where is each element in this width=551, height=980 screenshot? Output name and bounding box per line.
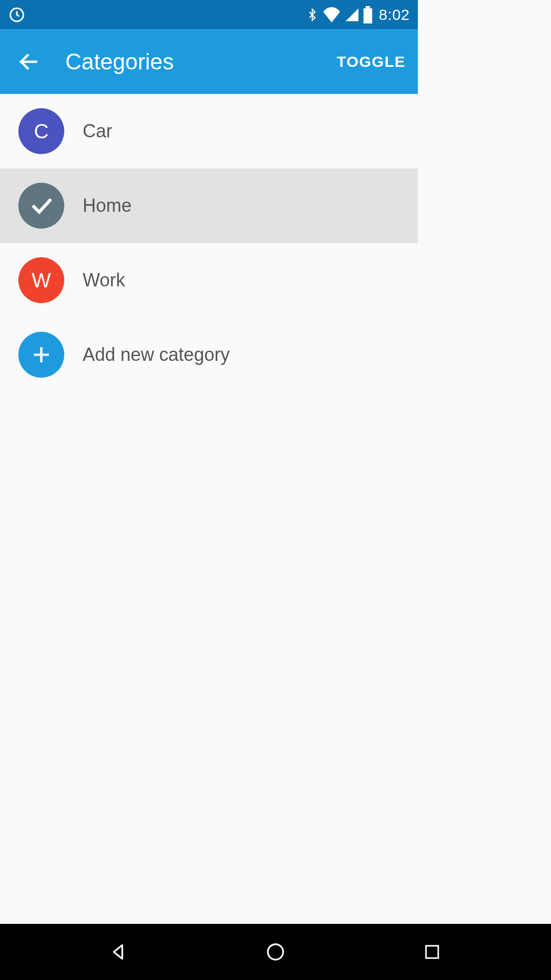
avatar-check xyxy=(18,183,64,229)
wifi-icon xyxy=(322,7,341,22)
avatar-letter: W xyxy=(18,257,64,303)
status-bar: 8:02 xyxy=(0,0,418,29)
app-bar: Categories TOGGLE xyxy=(0,29,418,94)
status-right: 8:02 xyxy=(306,6,410,23)
category-label: Work xyxy=(83,270,125,291)
avatar-letter: C xyxy=(18,108,64,154)
category-list: C Car Home W Work Add new category xyxy=(0,94,418,392)
clock-icon xyxy=(8,6,26,23)
cellular-icon xyxy=(344,7,360,22)
battery-icon xyxy=(363,6,373,23)
status-left xyxy=(8,6,26,23)
add-category-label: Add new category xyxy=(83,344,230,365)
back-button[interactable] xyxy=(12,45,45,78)
plus-icon xyxy=(30,344,53,366)
bluetooth-icon xyxy=(306,6,319,23)
toggle-button[interactable]: TOGGLE xyxy=(337,53,406,70)
category-item-car[interactable]: C Car xyxy=(0,94,418,168)
status-time: 8:02 xyxy=(379,6,410,23)
svg-rect-2 xyxy=(365,6,370,8)
category-label: Home xyxy=(83,195,132,216)
page-title: Categories xyxy=(65,49,337,75)
category-item-work[interactable]: W Work xyxy=(0,243,418,317)
svg-rect-1 xyxy=(363,8,372,23)
category-label: Car xyxy=(83,120,112,142)
category-item-home[interactable]: Home xyxy=(0,168,418,243)
check-icon xyxy=(29,193,54,218)
avatar-plus xyxy=(18,332,64,378)
add-category-item[interactable]: Add new category xyxy=(0,317,418,392)
